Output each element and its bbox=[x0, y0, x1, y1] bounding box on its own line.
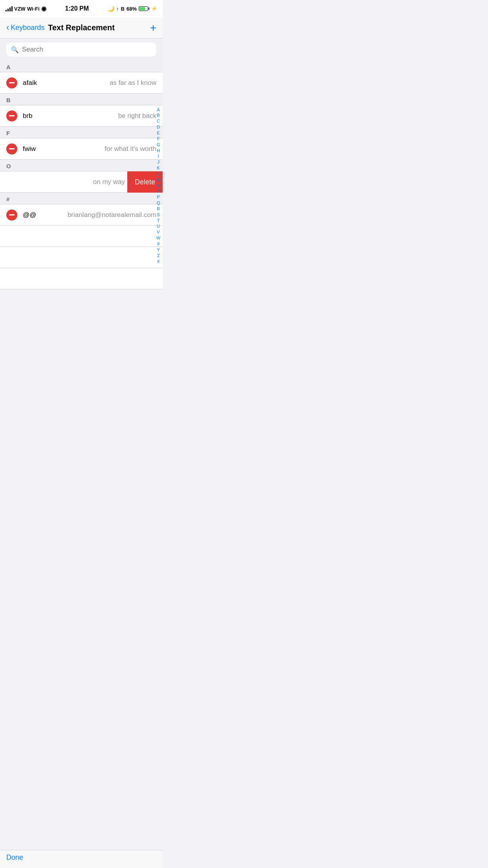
alpha-b[interactable]: B bbox=[157, 112, 160, 118]
search-input[interactable] bbox=[22, 46, 152, 53]
alphabet-sidebar[interactable]: ABCDEFGHIJKLMNOPQRSTUVWXYZ# bbox=[154, 61, 163, 311]
back-button[interactable]: ‹ Keyboards bbox=[6, 24, 44, 32]
alpha-t[interactable]: T bbox=[157, 218, 160, 224]
alpha-m[interactable]: M bbox=[156, 177, 160, 183]
page-title: Text Replacement bbox=[48, 23, 115, 32]
delete-minus-icon[interactable] bbox=[6, 77, 17, 88]
back-chevron-icon: ‹ bbox=[6, 23, 9, 32]
alpha-k[interactable]: K bbox=[157, 165, 160, 171]
alpha-c[interactable]: C bbox=[157, 118, 160, 124]
alpha-l[interactable]: L bbox=[157, 171, 160, 177]
section-header-f: F bbox=[0, 127, 163, 138]
alpha-x[interactable]: X bbox=[157, 241, 160, 247]
alpha-j[interactable]: J bbox=[157, 159, 160, 165]
alpha-q[interactable]: Q bbox=[157, 200, 160, 206]
delete-minus-icon[interactable] bbox=[6, 143, 17, 154]
alpha-v[interactable]: V bbox=[157, 229, 160, 235]
charging-icon: ⚡ bbox=[151, 6, 157, 11]
add-button[interactable]: + bbox=[150, 22, 156, 33]
status-time: 1:20 PM bbox=[65, 5, 89, 12]
battery-percentage: 68% bbox=[127, 6, 137, 12]
shortcut-afaik: afaik bbox=[23, 79, 110, 87]
section-header-hash: # bbox=[0, 193, 163, 204]
alpha-#[interactable]: # bbox=[157, 259, 160, 265]
list-row[interactable]: @@ brianlang@notarealemail.com bbox=[0, 204, 163, 226]
shortcut-omw: omw bbox=[0, 178, 93, 186]
alpha-i[interactable]: I bbox=[158, 153, 159, 159]
list-row[interactable]: afaik as far as I know bbox=[0, 72, 163, 94]
main-list: ABCDEFGHIJKLMNOPQRSTUVWXYZ# A afaik as f… bbox=[0, 61, 163, 311]
alpha-s[interactable]: S bbox=[157, 212, 160, 218]
phrase-fwiw: for what it's worth bbox=[105, 145, 156, 153]
alpha-g[interactable]: G bbox=[157, 142, 160, 148]
back-label: Keyboards bbox=[11, 24, 44, 32]
alpha-d[interactable]: D bbox=[157, 124, 160, 130]
delete-minus-icon[interactable] bbox=[6, 110, 17, 121]
search-container: 🔍 bbox=[0, 39, 163, 61]
delete-minus-icon[interactable] bbox=[6, 210, 17, 221]
delete-confirm-button[interactable]: Delete bbox=[135, 178, 155, 186]
nav-bar: ‹ Keyboards Text Replacement + bbox=[0, 17, 163, 39]
alpha-f[interactable]: F bbox=[157, 136, 160, 142]
location-icon: ↑ bbox=[116, 6, 119, 12]
phrase-brb: be right back bbox=[118, 112, 156, 120]
phrase-omw: on my way bbox=[93, 178, 125, 186]
swipe-wrapper-omw: omw on my way Delete bbox=[0, 171, 163, 193]
section-header-b: B bbox=[0, 94, 163, 105]
wifi-icon: ◉ bbox=[41, 5, 46, 12]
status-bar: VZW Wi-Fi ◉ 1:20 PM 🌙 ↑ B 68% ⚡ bbox=[0, 0, 163, 17]
carrier-label: VZW bbox=[14, 6, 26, 12]
alpha-p[interactable]: P bbox=[157, 194, 160, 200]
shortcut-brb: brb bbox=[23, 112, 118, 120]
wifi-label: Wi-Fi bbox=[27, 6, 40, 12]
search-bar: 🔍 bbox=[6, 42, 156, 57]
status-right: 🌙 ↑ B 68% ⚡ bbox=[108, 6, 157, 12]
alpha-e[interactable]: E bbox=[157, 130, 160, 136]
alpha-u[interactable]: U bbox=[157, 223, 160, 229]
alpha-y[interactable]: Y bbox=[157, 247, 160, 253]
phrase-afaik: as far as I know bbox=[110, 79, 156, 87]
battery-icon bbox=[139, 6, 149, 11]
alpha-a[interactable]: A bbox=[157, 107, 160, 113]
bluetooth-icon: B bbox=[121, 6, 125, 12]
list-row[interactable]: fwiw for what it's worth bbox=[0, 138, 163, 160]
section-header-a: A bbox=[0, 61, 163, 72]
alpha-r[interactable]: R bbox=[157, 206, 160, 212]
shortcut-atat: @@ bbox=[23, 211, 68, 219]
empty-row-1 bbox=[0, 226, 163, 247]
alpha-h[interactable]: H bbox=[157, 148, 160, 154]
section-header-o: O bbox=[0, 160, 163, 171]
search-icon: 🔍 bbox=[11, 46, 19, 53]
signal-bars bbox=[6, 6, 13, 11]
alpha-n[interactable]: N bbox=[157, 183, 160, 189]
alpha-w[interactable]: W bbox=[156, 235, 160, 241]
status-left: VZW Wi-Fi ◉ bbox=[6, 5, 46, 12]
phrase-atat: brianlang@notarealemail.com bbox=[68, 211, 156, 219]
empty-row-3 bbox=[0, 268, 163, 289]
shortcut-fwiw: fwiw bbox=[23, 145, 105, 153]
empty-row-2 bbox=[0, 247, 163, 268]
alpha-o[interactable]: O bbox=[157, 188, 160, 194]
moon-icon: 🌙 bbox=[108, 6, 114, 12]
list-row[interactable]: brb be right back bbox=[0, 105, 163, 127]
list-row-omw[interactable]: omw on my way bbox=[0, 171, 131, 193]
alpha-z[interactable]: Z bbox=[157, 253, 160, 259]
